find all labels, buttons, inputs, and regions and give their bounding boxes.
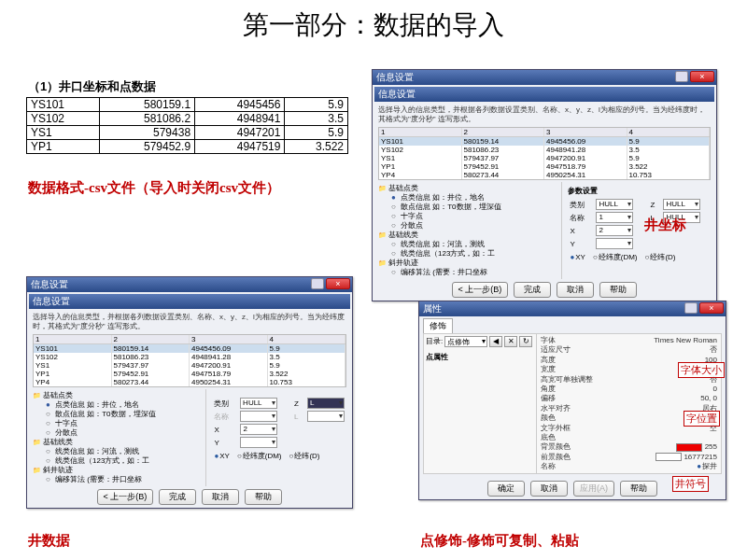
cancel-button[interactable]: 取消 <box>557 282 594 298</box>
z-select[interactable]: L <box>307 398 345 409</box>
info-settings-dialog-2: 信息设置 × 信息设置 选择导入的信息类型，并根据各列数据设置类别、名称、x、y… <box>26 276 353 509</box>
sample-data-table: YS101580159.149454565.9 YS102581086.2494… <box>26 97 348 154</box>
cancel-button[interactable]: 取消 <box>530 481 568 497</box>
left-arrow-icon[interactable]: ◀ <box>489 336 502 347</box>
caption-well-coord: 井坐标 <box>644 217 686 234</box>
slide-title: 第一部分：数据的导入 <box>0 0 747 47</box>
titlebar: 信息设置 × <box>373 70 716 85</box>
dialog-hint: 选择导入的信息类型，并根据各列数据设置类别、名称、x、y、z、l为相应的列号。当… <box>373 104 716 125</box>
y-select[interactable] <box>240 437 277 448</box>
l-select[interactable] <box>307 411 345 422</box>
minimize-button[interactable] <box>684 302 698 314</box>
section-1-label: （1）井口坐标和点数据 <box>28 78 156 95</box>
y-select[interactable] <box>596 238 633 249</box>
cancel-button[interactable]: 取消 <box>202 489 239 505</box>
prev-button[interactable]: < 上一步(B) <box>97 489 154 505</box>
apply-button[interactable]: 应用(A) <box>573 481 614 497</box>
dialog-subtitle: 信息设置 <box>374 87 714 102</box>
params-heading: 参数设置 <box>564 184 714 198</box>
info-settings-dialog-1: 信息设置 × 信息设置 选择导入的信息类型，并根据各列数据设置类别、名称、x、y… <box>372 69 717 301</box>
leibie-select[interactable]: HULL <box>596 199 633 210</box>
annot-font-size: 字体大小 <box>678 362 725 378</box>
ok-button[interactable]: 确定 <box>487 481 525 497</box>
z-select[interactable]: HULL <box>663 199 700 210</box>
titlebar: 信息设置 × <box>27 277 352 292</box>
prev-button[interactable]: < 上一步(B) <box>452 282 509 298</box>
titlebar: 属性 × <box>419 301 726 316</box>
name-radio[interactable]: 探井 <box>697 462 717 470</box>
name-select[interactable]: 1 <box>596 212 633 223</box>
xy-radio[interactable]: XY <box>214 452 230 460</box>
help-button[interactable]: 帮助 <box>620 481 657 497</box>
caption-point-decorate: 点修饰-修饰可复制、粘贴 <box>420 532 579 550</box>
category-tree[interactable]: 基础点类 点类信息 如：井位，地名 散点信息 如：T0数据，埋深值 十字点 分散… <box>373 182 561 279</box>
finish-button[interactable]: 完成 <box>159 489 196 505</box>
xy-radio[interactable]: XY <box>570 253 585 261</box>
annot-well-symbol: 井符号 <box>672 476 709 492</box>
refresh-icon[interactable]: ↻ <box>519 336 532 347</box>
x-select[interactable]: 2 <box>596 225 633 236</box>
close-button[interactable]: × <box>326 278 350 289</box>
bg-color-swatch[interactable] <box>676 443 702 452</box>
data-grid[interactable]: 1234 YS101580159.144945456.095.9 YS10258… <box>33 334 346 387</box>
help-button[interactable]: 帮助 <box>599 282 637 298</box>
fg-color-swatch[interactable] <box>655 453 682 461</box>
help-button[interactable]: 帮助 <box>245 489 282 505</box>
dialog-hint: 选择导入的信息类型，并根据各列数据设置类别、名称、x、y、z、l为相应的列号。当… <box>27 311 352 332</box>
lonlat-dm-radio[interactable]: 经纬度(DM) <box>593 252 638 262</box>
section-font: 字体 <box>541 336 556 345</box>
lonlat-d-radio[interactable]: 经纬(D) <box>289 451 320 461</box>
close-button[interactable]: × <box>699 302 724 314</box>
delete-icon[interactable]: ✕ <box>504 336 517 347</box>
name-select[interactable] <box>240 411 277 422</box>
x-select[interactable]: 2 <box>240 424 277 435</box>
catalog-select[interactable]: 点修饰 <box>444 336 487 347</box>
catalog-label: 目录: <box>426 336 443 347</box>
properties-dialog: 属性 × 修饰 目录: 点修饰 ◀ ✕ ↻ 点属性 字体Times New Ro… <box>418 301 726 500</box>
csv-note: 数据格式-csv文件（导入时关闭csv文件） <box>28 179 345 198</box>
tab-decorate[interactable]: 修饰 <box>423 318 453 333</box>
annot-font-pos: 字位置 <box>684 411 720 427</box>
caption-well-data: 井数据 <box>28 532 70 550</box>
leibie-select[interactable]: HULL <box>240 398 277 409</box>
finish-button[interactable]: 完成 <box>514 282 551 298</box>
category-tree[interactable]: 基础点类 点类信息 如：井位，地名 散点信息 如：T0数据，埋深值 十字点 分散… <box>27 389 205 486</box>
minimize-button[interactable] <box>311 278 324 289</box>
lonlat-dm-radio[interactable]: 经纬度(DM) <box>237 451 282 461</box>
minimize-button[interactable] <box>675 71 688 82</box>
left-label: 点属性 <box>426 350 534 364</box>
dialog-subtitle: 信息设置 <box>29 294 350 309</box>
data-grid[interactable]: 1234 YS101580159.144945456.095.9 YS10258… <box>378 127 711 180</box>
close-button[interactable]: × <box>690 71 714 82</box>
lonlat-d-radio[interactable]: 经纬(D) <box>645 252 676 262</box>
